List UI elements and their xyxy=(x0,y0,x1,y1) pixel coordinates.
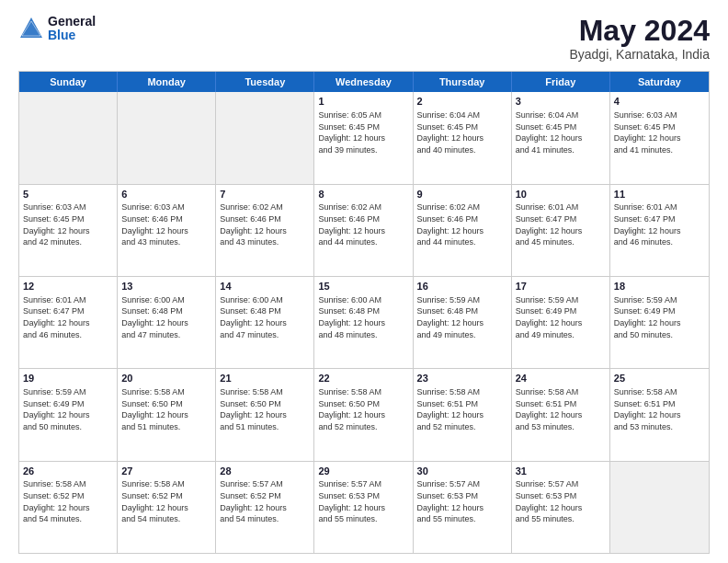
day-number: 2 xyxy=(417,95,507,109)
calendar-cell-day-23: 23Sunrise: 5:58 AM Sunset: 6:51 PM Dayli… xyxy=(414,369,512,460)
day-number: 21 xyxy=(220,372,310,385)
calendar-cell-day-20: 20Sunrise: 5:58 AM Sunset: 6:50 PM Dayli… xyxy=(118,369,216,460)
day-number: 28 xyxy=(220,465,310,478)
day-info: Sunrise: 6:00 AM Sunset: 6:48 PM Dayligh… xyxy=(121,294,211,340)
logo: General Blue xyxy=(18,15,96,43)
day-number: 23 xyxy=(417,372,507,385)
calendar-week-5: 26Sunrise: 5:58 AM Sunset: 6:52 PM Dayli… xyxy=(19,462,709,553)
calendar-body: 1Sunrise: 6:05 AM Sunset: 6:45 PM Daylig… xyxy=(19,92,709,553)
header-day-friday: Friday xyxy=(512,72,610,92)
calendar-cell-day-14: 14Sunrise: 6:00 AM Sunset: 6:48 PM Dayli… xyxy=(216,277,314,368)
svg-marker-0 xyxy=(20,17,42,38)
calendar-header: SundayMondayTuesdayWednesdayThursdayFrid… xyxy=(19,72,709,92)
day-info: Sunrise: 6:03 AM Sunset: 6:45 PM Dayligh… xyxy=(614,109,705,155)
logo-text: General Blue xyxy=(48,15,96,43)
day-info: Sunrise: 5:58 AM Sunset: 6:50 PM Dayligh… xyxy=(121,386,211,432)
header-day-monday: Monday xyxy=(118,72,216,92)
header-day-tuesday: Tuesday xyxy=(216,72,314,92)
day-number: 27 xyxy=(121,465,211,478)
calendar-cell-day-2: 2Sunrise: 6:04 AM Sunset: 6:45 PM Daylig… xyxy=(414,92,512,183)
day-info: Sunrise: 5:57 AM Sunset: 6:53 PM Dayligh… xyxy=(417,478,507,524)
day-number: 7 xyxy=(220,188,310,201)
month-title: May 2024 xyxy=(569,15,710,47)
calendar: SundayMondayTuesdayWednesdayThursdayFrid… xyxy=(18,71,710,554)
day-number: 17 xyxy=(516,280,606,293)
day-info: Sunrise: 6:05 AM Sunset: 6:45 PM Dayligh… xyxy=(318,109,408,155)
calendar-cell-day-12: 12Sunrise: 6:01 AM Sunset: 6:47 PM Dayli… xyxy=(19,277,118,368)
header-day-saturday: Saturday xyxy=(610,72,709,92)
calendar-cell-day-9: 9Sunrise: 6:02 AM Sunset: 6:46 PM Daylig… xyxy=(414,185,512,276)
day-number: 15 xyxy=(318,280,408,293)
day-info: Sunrise: 5:57 AM Sunset: 6:53 PM Dayligh… xyxy=(516,478,606,524)
calendar-cell-day-25: 25Sunrise: 5:58 AM Sunset: 6:51 PM Dayli… xyxy=(610,369,709,460)
day-info: Sunrise: 6:01 AM Sunset: 6:47 PM Dayligh… xyxy=(614,201,705,247)
day-number: 10 xyxy=(516,188,606,201)
day-number: 6 xyxy=(121,188,211,201)
header: General Blue May 2024 Byadgi, Karnataka,… xyxy=(18,15,710,62)
title-block: May 2024 Byadgi, Karnataka, India xyxy=(569,15,710,62)
day-info: Sunrise: 5:57 AM Sunset: 6:53 PM Dayligh… xyxy=(318,478,408,524)
calendar-week-1: 1Sunrise: 6:05 AM Sunset: 6:45 PM Daylig… xyxy=(19,92,709,184)
day-info: Sunrise: 6:01 AM Sunset: 6:47 PM Dayligh… xyxy=(23,294,113,340)
day-number: 3 xyxy=(516,95,606,109)
day-number: 8 xyxy=(318,188,408,201)
calendar-cell-day-31: 31Sunrise: 5:57 AM Sunset: 6:53 PM Dayli… xyxy=(512,462,610,553)
logo-blue: Blue xyxy=(48,29,96,42)
day-info: Sunrise: 5:58 AM Sunset: 6:50 PM Dayligh… xyxy=(220,386,310,432)
day-number: 4 xyxy=(614,95,705,109)
day-info: Sunrise: 5:59 AM Sunset: 6:49 PM Dayligh… xyxy=(23,386,113,432)
day-info: Sunrise: 5:59 AM Sunset: 6:49 PM Dayligh… xyxy=(614,294,705,340)
calendar-week-3: 12Sunrise: 6:01 AM Sunset: 6:47 PM Dayli… xyxy=(19,277,709,369)
calendar-cell-day-10: 10Sunrise: 6:01 AM Sunset: 6:47 PM Dayli… xyxy=(512,185,610,276)
calendar-cell-day-16: 16Sunrise: 5:59 AM Sunset: 6:48 PM Dayli… xyxy=(414,277,512,368)
calendar-cell-day-24: 24Sunrise: 5:58 AM Sunset: 6:51 PM Dayli… xyxy=(512,369,610,460)
calendar-cell-day-11: 11Sunrise: 6:01 AM Sunset: 6:47 PM Dayli… xyxy=(610,185,709,276)
location: Byadgi, Karnataka, India xyxy=(569,47,710,62)
calendar-week-2: 5Sunrise: 6:03 AM Sunset: 6:45 PM Daylig… xyxy=(19,185,709,277)
day-number: 5 xyxy=(23,188,113,201)
calendar-cell-day-7: 7Sunrise: 6:02 AM Sunset: 6:46 PM Daylig… xyxy=(216,185,314,276)
day-info: Sunrise: 5:58 AM Sunset: 6:50 PM Dayligh… xyxy=(318,386,408,432)
day-number: 22 xyxy=(318,372,408,385)
calendar-cell-day-22: 22Sunrise: 5:58 AM Sunset: 6:50 PM Dayli… xyxy=(314,369,413,460)
day-info: Sunrise: 6:00 AM Sunset: 6:48 PM Dayligh… xyxy=(220,294,310,340)
header-day-wednesday: Wednesday xyxy=(314,72,413,92)
day-info: Sunrise: 5:59 AM Sunset: 6:48 PM Dayligh… xyxy=(417,294,507,340)
calendar-cell-day-26: 26Sunrise: 5:58 AM Sunset: 6:52 PM Dayli… xyxy=(19,462,118,553)
day-number: 16 xyxy=(417,280,507,293)
logo-general: General xyxy=(48,15,96,29)
day-number: 14 xyxy=(220,280,310,293)
calendar-cell-day-18: 18Sunrise: 5:59 AM Sunset: 6:49 PM Dayli… xyxy=(610,277,709,368)
day-number: 31 xyxy=(516,465,606,478)
day-number: 30 xyxy=(417,465,507,478)
header-day-thursday: Thursday xyxy=(414,72,512,92)
day-info: Sunrise: 6:02 AM Sunset: 6:46 PM Dayligh… xyxy=(417,201,507,247)
day-number: 29 xyxy=(318,465,408,478)
calendar-cell-day-6: 6Sunrise: 6:03 AM Sunset: 6:46 PM Daylig… xyxy=(118,185,216,276)
calendar-cell-day-4: 4Sunrise: 6:03 AM Sunset: 6:45 PM Daylig… xyxy=(610,92,709,183)
day-number: 1 xyxy=(318,95,408,109)
calendar-cell-empty xyxy=(118,92,216,183)
day-number: 11 xyxy=(614,188,705,201)
day-info: Sunrise: 5:59 AM Sunset: 6:49 PM Dayligh… xyxy=(516,294,606,340)
calendar-cell-day-1: 1Sunrise: 6:05 AM Sunset: 6:45 PM Daylig… xyxy=(314,92,413,183)
calendar-cell-empty xyxy=(610,462,709,553)
day-info: Sunrise: 6:03 AM Sunset: 6:46 PM Dayligh… xyxy=(121,201,211,247)
page: General Blue May 2024 Byadgi, Karnataka,… xyxy=(0,0,728,563)
day-number: 25 xyxy=(614,372,705,385)
day-info: Sunrise: 6:04 AM Sunset: 6:45 PM Dayligh… xyxy=(417,109,507,155)
calendar-cell-day-27: 27Sunrise: 5:58 AM Sunset: 6:52 PM Dayli… xyxy=(118,462,216,553)
calendar-cell-day-13: 13Sunrise: 6:00 AM Sunset: 6:48 PM Dayli… xyxy=(118,277,216,368)
day-info: Sunrise: 6:03 AM Sunset: 6:45 PM Dayligh… xyxy=(23,201,113,247)
day-info: Sunrise: 5:57 AM Sunset: 6:52 PM Dayligh… xyxy=(220,478,310,524)
day-number: 20 xyxy=(121,372,211,385)
day-number: 12 xyxy=(23,280,113,293)
calendar-cell-day-15: 15Sunrise: 6:00 AM Sunset: 6:48 PM Dayli… xyxy=(314,277,413,368)
calendar-cell-day-29: 29Sunrise: 5:57 AM Sunset: 6:53 PM Dayli… xyxy=(314,462,413,553)
calendar-cell-empty xyxy=(216,92,314,183)
day-info: Sunrise: 6:02 AM Sunset: 6:46 PM Dayligh… xyxy=(318,201,408,247)
day-number: 26 xyxy=(23,465,113,478)
day-info: Sunrise: 6:00 AM Sunset: 6:48 PM Dayligh… xyxy=(318,294,408,340)
calendar-cell-empty xyxy=(19,92,118,183)
day-number: 9 xyxy=(417,188,507,201)
